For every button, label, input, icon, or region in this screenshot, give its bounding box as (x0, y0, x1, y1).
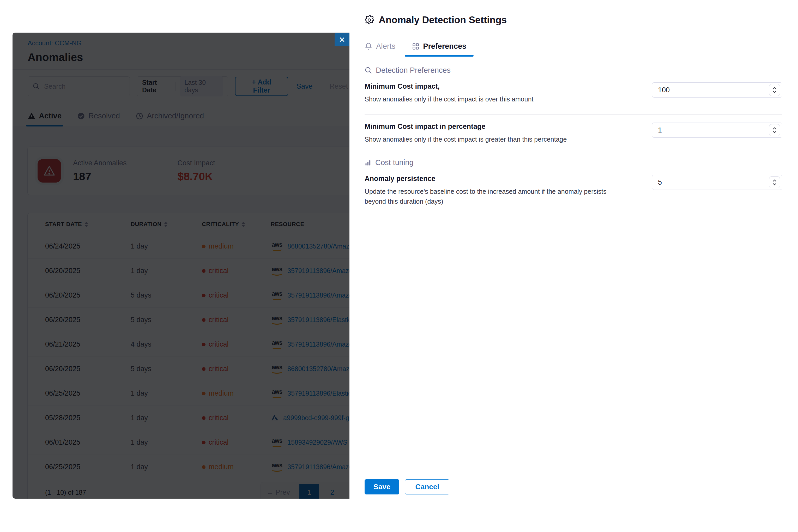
criticality-label: medium (209, 463, 234, 471)
resource-link[interactable]: 357919113896/Amazon (287, 463, 349, 471)
setting-min-cost-impact: Minimum Cost impact, Show anomalies only… (365, 82, 798, 104)
page-button[interactable]: 2 (322, 484, 342, 499)
page-header: Account: CCM-NG Anomalies (13, 33, 349, 70)
criticality-dot-icon (202, 465, 206, 469)
min-cost-impact-input[interactable] (652, 82, 782, 97)
criticality-label: critical (209, 340, 229, 348)
column-label: DURATION (131, 221, 162, 228)
number-stepper[interactable] (769, 176, 780, 188)
add-filter-button[interactable]: + Add Filter (235, 77, 288, 96)
reset-filter-button[interactable]: Reset (328, 82, 349, 91)
criticality-dot-icon (202, 441, 206, 444)
cell-resource: aws 357919113896/Amazon (271, 266, 349, 276)
resource-link[interactable]: 357919113896/Elastic Lo (287, 390, 349, 397)
start-date-value-chip[interactable]: Last 30 days (180, 76, 223, 96)
resource-link[interactable]: 357919113896/Elastic Lo (287, 316, 349, 324)
table-row: 05/28/2025 1 day critical a9999bcd-e999-… (27, 406, 349, 430)
anomaly-persistence-input[interactable] (652, 175, 782, 190)
resource-link[interactable]: 868001352780/Amazon (287, 243, 349, 250)
tab-preferences[interactable]: Preferences (412, 42, 466, 56)
chevron-down-icon (773, 131, 777, 133)
setting-description: Show anomalies only if the cost impact i… (365, 94, 534, 104)
number-stepper[interactable] (769, 84, 780, 96)
page-button[interactable]: 3 (345, 484, 349, 499)
setting-min-cost-impact-percentage: Minimum Cost impact in percentage Show a… (365, 122, 798, 144)
aws-icon: aws (271, 340, 283, 349)
resource-link[interactable]: 357919113896/Amazon (287, 341, 349, 348)
start-date-filter[interactable]: Start Date Last 30 days (137, 76, 228, 96)
criticality-label: medium (209, 242, 234, 250)
cell-start-date: 06/20/2025 (45, 365, 131, 373)
table-row: 06/01/2025 1 day critical aws 1589349290… (27, 430, 349, 455)
resource-link[interactable]: 357919113896/Amazon (287, 267, 349, 274)
sort-icon[interactable] (164, 222, 168, 227)
cell-resource: aws 158934929029/AWS Co (271, 438, 349, 447)
column-header-duration[interactable]: DURATION (131, 221, 202, 228)
search-input[interactable] (43, 82, 125, 91)
tab-alerts[interactable]: Alerts (365, 42, 395, 56)
number-stepper[interactable] (769, 124, 780, 136)
aws-icon: aws (271, 242, 283, 251)
resource-link[interactable]: a9999bcd-e999-999f-g (283, 414, 349, 422)
divider (321, 81, 321, 92)
cell-duration: 1 day (131, 438, 202, 446)
criticality-dot-icon (202, 416, 206, 420)
grid-icon (412, 43, 419, 50)
column-label: CRITICALITY (202, 221, 239, 228)
cell-duration: 1 day (131, 390, 202, 397)
save-filter-button[interactable]: Save (295, 82, 314, 91)
prev-page-button[interactable]: ← Prev (267, 489, 290, 496)
criticality-label: medium (209, 390, 234, 397)
search-icon (365, 66, 373, 74)
setting-label: Anomaly persistence (365, 175, 623, 183)
resource-link[interactable]: 357919113896/Amazon (287, 291, 349, 299)
breadcrumb-account[interactable]: Account: CCM-NG (27, 39, 349, 47)
search-icon (33, 83, 40, 90)
divider (365, 114, 782, 115)
resource-link[interactable]: 868001352780/Amazon (287, 365, 349, 373)
chevron-up-icon (773, 87, 777, 90)
tab-label: Alerts (376, 42, 395, 51)
cell-start-date: 06/25/2025 (45, 463, 131, 471)
tab-archived-ignored[interactable]: Archived/Ignored (136, 112, 204, 126)
settings-tabs: Alerts Preferences (365, 42, 786, 56)
cell-resource: aws 868001352780/Amazon (271, 364, 349, 374)
bar-chart-icon (365, 159, 372, 166)
cell-criticality: critical (202, 365, 271, 373)
tab-active[interactable]: Active (27, 112, 61, 126)
setting-anomaly-persistence: Anomaly persistence Update the resource'… (365, 175, 798, 206)
page-number-group: 123 (299, 484, 349, 499)
cell-start-date: 06/20/2025 (45, 316, 131, 324)
cell-duration: 5 days (131, 316, 202, 324)
cell-start-date: 06/01/2025 (45, 438, 131, 446)
close-drawer-button[interactable]: ✕ (335, 33, 349, 46)
min-cost-impact-input-wrap (652, 82, 782, 97)
tab-label: Active (39, 112, 61, 120)
setting-description: Update the resource's baseline cost to t… (365, 187, 623, 206)
column-header-start-date[interactable]: START DATE (45, 221, 131, 228)
cell-resource: aws 357919113896/Amazon (271, 291, 349, 300)
save-button[interactable]: Save (365, 479, 399, 494)
cancel-button[interactable]: Cancel (405, 479, 449, 494)
cell-resource: aws 357919113896/Amazon (271, 462, 349, 472)
tab-label: Preferences (423, 42, 466, 51)
pagination-range: (1 - 10) of 187 (45, 489, 86, 496)
drawer-title: Anomaly Detection Settings (379, 15, 507, 25)
anomaly-tabs: Active Resolved Archived/Ignored (13, 104, 349, 126)
cell-criticality: medium (202, 390, 271, 397)
criticality-label: critical (209, 365, 229, 373)
search-box[interactable] (27, 76, 130, 96)
cell-criticality: critical (202, 340, 271, 348)
resource-link[interactable]: 158934929029/AWS Co (287, 439, 349, 446)
criticality-label: critical (209, 267, 229, 275)
tab-resolved[interactable]: Resolved (77, 112, 120, 126)
min-cost-percentage-input[interactable] (652, 122, 782, 138)
sort-icon[interactable] (84, 222, 88, 227)
cell-start-date: 05/28/2025 (45, 414, 131, 422)
page-button[interactable]: 1 (299, 484, 319, 499)
column-header-criticality[interactable]: CRITICALITY (202, 221, 271, 228)
table-row: 06/20/2025 5 days critical aws 868001352… (27, 357, 349, 381)
sort-icon[interactable] (242, 222, 245, 227)
cell-duration: 1 day (131, 414, 202, 422)
criticality-label: critical (209, 438, 229, 446)
